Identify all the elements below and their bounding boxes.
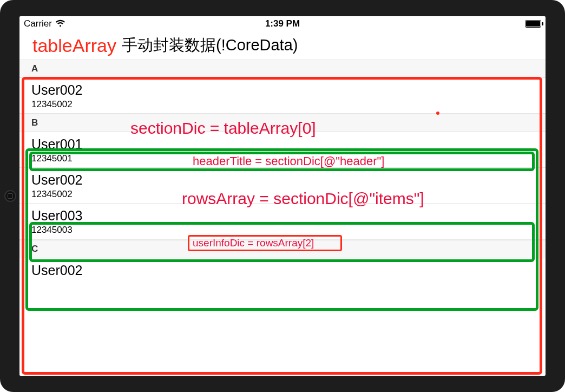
home-button[interactable]: [4, 190, 16, 202]
cell-title: User002: [31, 172, 534, 188]
table-row[interactable]: User003 12345003: [19, 204, 546, 239]
ipad-frame: Carrier 1:39 PM tableArray 手动封装数据(!CoreD…: [0, 0, 565, 392]
section-header: C: [19, 240, 546, 258]
table-row[interactable]: User002: [19, 258, 546, 282]
cell-subtitle: 12345001: [31, 153, 534, 164]
section-header: A: [19, 60, 546, 78]
table-row[interactable]: User001 12345001: [19, 132, 546, 168]
cell-subtitle: 12345002: [31, 189, 534, 200]
wifi-icon: [55, 19, 65, 29]
battery-icon: [525, 20, 541, 28]
clock: 1:39 PM: [265, 18, 300, 29]
table-view[interactable]: A User002 12345002 B User001 12345001 Us…: [19, 60, 546, 281]
cell-title: User003: [31, 208, 534, 224]
table-row[interactable]: User002 12345002: [19, 168, 546, 204]
page-title: 手动封装数据(!CoreData): [122, 35, 298, 56]
cell-subtitle: 12345003: [31, 225, 534, 236]
table-row[interactable]: User002 12345002: [19, 78, 546, 114]
section-header: B: [19, 114, 546, 132]
cell-title: User001: [31, 136, 534, 152]
status-bar: Carrier 1:39 PM: [19, 16, 546, 31]
screen: Carrier 1:39 PM tableArray 手动封装数据(!CoreD…: [19, 16, 546, 376]
cell-title: User002: [31, 263, 534, 278]
carrier-label: Carrier: [24, 18, 52, 29]
cell-title: User002: [31, 82, 534, 98]
annotation-tablearray-label: tableArray: [32, 35, 116, 56]
nav-bar: tableArray 手动封装数据(!CoreData): [19, 31, 546, 60]
cell-subtitle: 12345002: [31, 99, 534, 110]
